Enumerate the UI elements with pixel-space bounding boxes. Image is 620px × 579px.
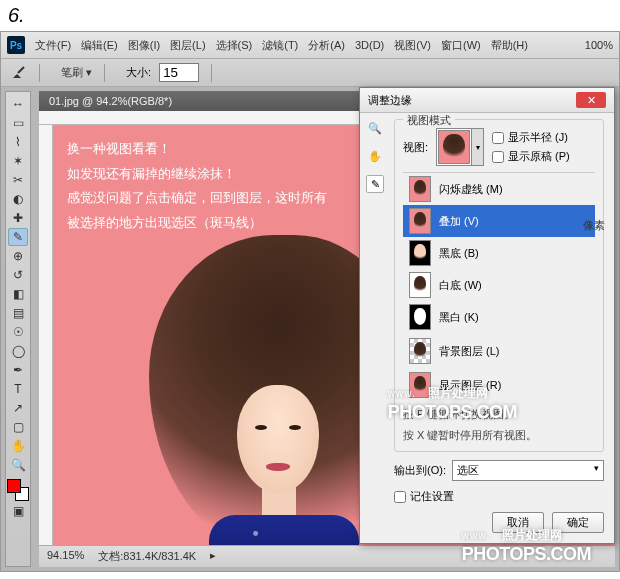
mode-label: 叠加 (V) xyxy=(439,214,479,229)
shape-tool-icon[interactable]: ▢ xyxy=(8,418,28,436)
refine-radius-tool-icon[interactable]: ✎ xyxy=(366,175,384,193)
view-mode-list: 闪烁虚线 (M) 叠加 (V) 黑底 (B) 白底 (W) xyxy=(403,172,595,401)
mode-label: 白底 (W) xyxy=(439,278,482,293)
mode-thumb-icon xyxy=(409,372,431,398)
menu-view[interactable]: 视图(V) xyxy=(394,38,431,53)
refine-edge-dialog: 调整边缘 ✕ 🔍 ✋ ✎ 视图模式 视图: ▾ xyxy=(359,87,615,544)
brush-size-input[interactable] xyxy=(159,63,199,82)
menu-select[interactable]: 选择(S) xyxy=(216,38,253,53)
mode-thumb-icon xyxy=(409,240,431,266)
ps-logo-icon: Ps xyxy=(7,36,25,54)
size-label: 大小: xyxy=(126,65,151,80)
menu-window[interactable]: 窗口(W) xyxy=(441,38,481,53)
menu-help[interactable]: 帮助(H) xyxy=(491,38,528,53)
output-row: 输出到(O): 选区 xyxy=(394,460,604,481)
mode-label: 背景图层 (L) xyxy=(439,344,500,359)
crop-tool-icon[interactable]: ✂ xyxy=(8,171,28,189)
marquee-tool-icon[interactable]: ▭ xyxy=(8,114,28,132)
mode-thumb-icon xyxy=(409,176,431,202)
quickmask-icon[interactable]: ▣ xyxy=(8,502,28,520)
eraser-tool-icon[interactable]: ◧ xyxy=(8,285,28,303)
view-mode-marching[interactable]: 闪烁虚线 (M) xyxy=(403,173,595,205)
remember-settings-checkbox[interactable]: 记住设置 xyxy=(394,489,604,504)
chevron-down-icon[interactable]: ▾ xyxy=(471,129,483,165)
stamp-tool-icon[interactable]: ⊕ xyxy=(8,247,28,265)
menu-bar: Ps 文件(F) 编辑(E) 图像(I) 图层(L) 选择(S) 滤镜(T) 分… xyxy=(1,32,619,59)
dialog-title: 调整边缘 xyxy=(368,93,412,108)
view-mode-reveal[interactable]: 显示图层 (R) xyxy=(403,369,595,401)
status-bar: 94.15% 文档:831.4K/831.4K ▸ xyxy=(39,545,615,567)
menu-edit[interactable]: 编辑(E) xyxy=(81,38,118,53)
brush-preset-dropdown[interactable]: 笔刷 ▾ xyxy=(61,65,92,80)
hand-tool-icon[interactable]: ✋ xyxy=(366,147,384,165)
eyedropper-tool-icon[interactable]: ◐ xyxy=(8,190,28,208)
mode-thumb-icon xyxy=(409,338,431,364)
quickselect-tool-icon[interactable]: ✶ xyxy=(8,152,28,170)
menu-file[interactable]: 文件(F) xyxy=(35,38,71,53)
output-select[interactable]: 选区 xyxy=(452,460,604,481)
zoom-indicator: 100% xyxy=(585,39,613,51)
view-mode-onlayers[interactable]: 背景图层 (L) xyxy=(403,333,595,369)
dialog-titlebar[interactable]: 调整边缘 ✕ xyxy=(360,88,614,113)
path-tool-icon[interactable]: ↗ xyxy=(8,399,28,417)
status-zoom[interactable]: 94.15% xyxy=(47,549,84,564)
px-label: 像素 xyxy=(583,218,605,233)
move-tool-icon[interactable]: ↔ xyxy=(8,95,28,113)
gradient-tool-icon[interactable]: ▤ xyxy=(8,304,28,322)
view-mode-bw[interactable]: 黑白 (K) xyxy=(403,301,595,333)
hint-text: 按 F 键循环切换视图。 xyxy=(403,407,595,422)
photoshop-app: Ps 文件(F) 编辑(E) 图像(I) 图层(L) 选择(S) 滤镜(T) 分… xyxy=(0,31,620,572)
pen-tool-icon[interactable]: ✒ xyxy=(8,361,28,379)
mode-thumb-icon xyxy=(409,208,431,234)
close-icon[interactable]: ✕ xyxy=(576,92,606,108)
separator xyxy=(211,64,225,82)
svg-line-0 xyxy=(18,67,24,73)
mode-label: 黑白 (K) xyxy=(439,310,479,325)
menu-layer[interactable]: 图层(L) xyxy=(170,38,205,53)
ruler-vertical xyxy=(39,125,53,545)
step-number: 6. xyxy=(0,0,620,31)
show-original-checkbox[interactable]: 显示原稿 (P) xyxy=(492,149,570,164)
hint-text: 按 X 键暂时停用所有视图。 xyxy=(403,428,595,443)
view-mode-group: 视图模式 视图: ▾ 显示半径 (J) 显示原稿 (P) xyxy=(394,119,604,452)
menu-3d[interactable]: 3D(D) xyxy=(355,39,384,51)
menu-image[interactable]: 图像(I) xyxy=(128,38,160,53)
document-title: 01.jpg @ 94.2%(RGB/8*) xyxy=(49,95,172,107)
workspace: ↔ ▭ ⌇ ✶ ✂ ◐ ✚ ✎ ⊕ ↺ ◧ ▤ ☉ ◯ ✒ T ↗ ▢ ✋ 🔍 … xyxy=(1,87,619,571)
status-docinfo: 文档:831.4K/831.4K xyxy=(98,549,196,564)
brush-tool-icon[interactable]: ✎ xyxy=(8,228,28,246)
heal-tool-icon[interactable]: ✚ xyxy=(8,209,28,227)
separator xyxy=(39,64,53,82)
hand-tool-icon[interactable]: ✋ xyxy=(8,437,28,455)
zoom-tool-icon[interactable]: 🔍 xyxy=(366,119,384,137)
type-tool-icon[interactable]: T xyxy=(8,380,28,398)
view-mode-dropdown[interactable]: ▾ xyxy=(436,128,484,166)
brush-tool-icon[interactable] xyxy=(11,64,27,82)
menu-analysis[interactable]: 分析(A) xyxy=(308,38,345,53)
dodge-tool-icon[interactable]: ◯ xyxy=(8,342,28,360)
tools-panel: ↔ ▭ ⌇ ✶ ✂ ◐ ✚ ✎ ⊕ ↺ ◧ ▤ ☉ ◯ ✒ T ↗ ▢ ✋ 🔍 … xyxy=(5,91,31,567)
blur-tool-icon[interactable]: ☉ xyxy=(8,323,28,341)
view-mode-overlay[interactable]: 叠加 (V) xyxy=(403,205,595,237)
cancel-button[interactable]: 取消 xyxy=(492,512,544,533)
ok-button[interactable]: 确定 xyxy=(552,512,604,533)
history-brush-icon[interactable]: ↺ xyxy=(8,266,28,284)
lasso-tool-icon[interactable]: ⌇ xyxy=(8,133,28,151)
menu-filter[interactable]: 滤镜(T) xyxy=(262,38,298,53)
zoom-tool-icon[interactable]: 🔍 xyxy=(8,456,28,474)
color-swatches[interactable] xyxy=(7,479,29,501)
view-mode-white[interactable]: 白底 (W) xyxy=(403,269,595,301)
foreground-swatch[interactable] xyxy=(7,479,21,493)
group-title: 视图模式 xyxy=(403,113,455,128)
view-mode-black[interactable]: 黑底 (B) xyxy=(403,237,595,269)
output-label: 输出到(O): xyxy=(394,463,446,478)
show-radius-checkbox[interactable]: 显示半径 (J) xyxy=(492,130,570,145)
separator xyxy=(104,64,118,82)
mode-label: 闪烁虚线 (M) xyxy=(439,182,503,197)
tool-options-bar: 笔刷 ▾ 大小: xyxy=(1,59,619,87)
mode-thumb-icon xyxy=(409,272,431,298)
mode-label: 显示图层 (R) xyxy=(439,378,501,393)
mode-thumb-icon xyxy=(409,304,431,330)
view-label: 视图: xyxy=(403,140,428,155)
view-thumb-icon xyxy=(438,130,470,164)
